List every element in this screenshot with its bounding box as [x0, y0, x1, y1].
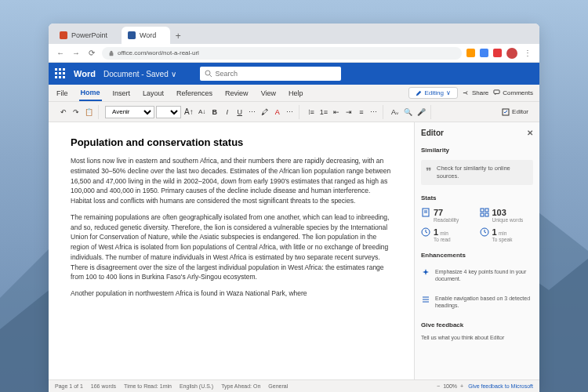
enhancement-emphasize[interactable]: Emphasize 4 key points found in your doc…	[421, 265, 533, 285]
tab-insert[interactable]: Insert	[111, 86, 132, 100]
profile-avatar[interactable]	[506, 48, 517, 59]
document-icon	[421, 208, 430, 217]
undo-button[interactable]: ↶	[58, 106, 69, 118]
bullets-button[interactable]: ⁝≡	[306, 106, 317, 118]
enhancement-text: Emphasize 4 key points found in your doc…	[435, 268, 533, 282]
status-page[interactable]: Page 1 of 1	[55, 383, 83, 389]
status-words[interactable]: 166 words	[91, 383, 116, 389]
url-input[interactable]: office.com/word/not-a-real-url	[102, 47, 462, 60]
search-icon	[205, 70, 212, 78]
tab-references[interactable]: References	[175, 86, 214, 100]
tab-view[interactable]: View	[260, 86, 278, 100]
comments-label: Comments	[503, 89, 533, 96]
search-input[interactable]	[216, 70, 336, 78]
document-canvas[interactable]: Population and conservation status Most …	[49, 122, 414, 379]
font-family-select[interactable]: Avenir	[105, 106, 154, 118]
tab-file[interactable]: File	[55, 86, 70, 100]
clear-format-button[interactable]: ⋯	[285, 106, 296, 118]
stats-grid: 77Readability 103Unique words 1 minTo re…	[421, 208, 533, 242]
document-paragraph: The remaining populations are often geog…	[71, 212, 392, 282]
more-font-button[interactable]: ⋯	[247, 106, 258, 118]
sparkle-icon	[421, 268, 430, 278]
tab-help[interactable]: Help	[287, 86, 305, 100]
formatting-toolbar: ↶ ↷ 📋 Avenir 18 A↑ A↓ B I U ⋯ 🖍 A ⋯ ⁝≡ 1…	[49, 102, 539, 122]
numbering-button[interactable]: 1≡	[318, 106, 329, 118]
extension-icons: ⋮	[466, 48, 533, 59]
chevron-down-icon: ∨	[446, 89, 451, 96]
tab-review[interactable]: Review	[223, 86, 250, 100]
svg-point-2	[205, 71, 210, 75]
back-button[interactable]: ←	[55, 48, 66, 59]
svg-rect-0	[60, 31, 67, 39]
paste-button[interactable]: 📋	[83, 106, 95, 118]
status-general: General	[268, 383, 288, 389]
tab-label: Word	[140, 31, 156, 39]
zoom-level: 100%	[443, 383, 457, 389]
feedback-link[interactable]: Give feedback to Microsoft	[468, 383, 533, 389]
status-language[interactable]: English (U.S.)	[180, 383, 213, 389]
paragraph-more-button[interactable]: ⋯	[368, 106, 379, 118]
align-button[interactable]: ≡	[356, 106, 367, 118]
search-box[interactable]	[200, 67, 341, 81]
quote-icon: ❞	[426, 165, 432, 180]
editor-title: Editor	[421, 129, 444, 137]
similarity-check-button[interactable]: ❞ Check for similarity to online sources…	[421, 160, 533, 185]
app-name: Word	[74, 69, 96, 78]
stats-heading: Stats	[421, 194, 533, 201]
document-name[interactable]: Document - Saved ∨	[103, 70, 176, 78]
zoom-controls: − 100% +	[437, 383, 463, 389]
dictate-button[interactable]: 🎤	[416, 106, 427, 118]
browser-tab-bar: PowerPoint Word +	[49, 24, 539, 44]
stat-value: 103	[492, 208, 524, 217]
styles-button[interactable]: Aᵥ	[390, 106, 401, 118]
font-color-button[interactable]: A	[272, 106, 283, 118]
menu-button[interactable]: ⋮	[522, 48, 533, 59]
editor-header: Editor ✕	[421, 129, 533, 137]
shrink-font-button[interactable]: A↓	[197, 106, 208, 118]
font-size-select[interactable]: 18	[156, 106, 181, 118]
redo-button[interactable]: ↷	[71, 106, 82, 118]
editing-label: Editing	[424, 89, 443, 96]
indent-more-button[interactable]: ⇥	[343, 106, 354, 118]
reload-button[interactable]: ⟳	[86, 48, 97, 59]
status-type-ahead: Type Ahead: On	[221, 383, 260, 389]
close-icon[interactable]: ✕	[527, 129, 533, 137]
tab-label: PowerPoint	[71, 31, 107, 39]
tab-powerpoint[interactable]: PowerPoint	[53, 27, 122, 44]
highlight-button[interactable]: 🖍	[260, 106, 270, 118]
zoom-in-button[interactable]: +	[460, 383, 463, 389]
svg-rect-12	[485, 213, 488, 216]
document-paragraph: Most lions now live in eastern and south…	[71, 156, 392, 206]
powerpoint-icon	[60, 31, 67, 39]
address-bar: ← → ⟳ office.com/word/not-a-real-url ⋮	[49, 44, 539, 63]
editor-button[interactable]: Editor	[497, 107, 533, 118]
document-heading: Population and conservation status	[71, 136, 392, 148]
stat-label: Readability	[434, 217, 459, 223]
share-button[interactable]: Share	[463, 89, 488, 96]
apps-launcher-icon[interactable]	[55, 68, 66, 79]
extension-icon[interactable]	[493, 49, 502, 57]
tab-layout[interactable]: Layout	[141, 86, 165, 100]
new-tab-button[interactable]: +	[170, 28, 186, 44]
clock-icon	[421, 227, 430, 237]
underline-button[interactable]: U	[234, 106, 245, 118]
similarity-text: Check for similarity to online sources.	[437, 165, 528, 180]
comments-button[interactable]: Comments	[493, 89, 533, 96]
tab-home[interactable]: Home	[79, 85, 102, 101]
extension-icon[interactable]	[480, 49, 488, 57]
zoom-out-button[interactable]: −	[437, 383, 440, 389]
italic-button[interactable]: I	[222, 106, 233, 118]
forward-button[interactable]: →	[71, 48, 82, 59]
extension-icon[interactable]	[466, 49, 475, 57]
bold-button[interactable]: B	[209, 106, 220, 118]
grow-font-button[interactable]: A↑	[183, 106, 195, 118]
enhancement-navigation[interactable]: Enable navigation based on 3 detected he…	[421, 292, 533, 312]
editing-mode-button[interactable]: Editing ∨	[408, 87, 457, 99]
pencil-icon	[416, 90, 422, 96]
indent-less-button[interactable]: ⇤	[331, 106, 342, 118]
editor-icon	[502, 108, 510, 116]
find-button[interactable]: 🔍	[402, 106, 414, 118]
tab-word[interactable]: Word	[122, 27, 170, 44]
stat-time-speak: 1 minTo speak	[480, 227, 534, 242]
svg-rect-11	[481, 213, 484, 216]
